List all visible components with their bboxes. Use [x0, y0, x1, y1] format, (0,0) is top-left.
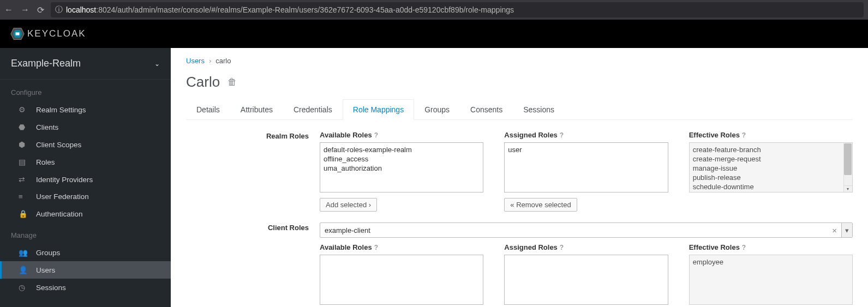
realm-assigned-listbox[interactable]: user — [504, 142, 668, 192]
clock-icon: ◷ — [19, 283, 27, 292]
sidebar-item-label: Client Scopes — [36, 141, 81, 149]
role-option[interactable]: user — [508, 145, 664, 154]
realm-available-listbox[interactable]: default-roles-example-realmoffline_acces… — [320, 142, 483, 192]
sidebar: Example-Realm ⌄ Configure⚙Realm Settings… — [0, 48, 171, 307]
cube-icon: ⬣ — [19, 123, 27, 131]
breadcrumb-current: carlo — [215, 57, 231, 65]
tab-consents[interactable]: Consents — [460, 99, 513, 119]
role-option: employee — [693, 257, 849, 267]
sliders-icon: ⚙ — [19, 105, 27, 114]
sidebar-item-realm-settings[interactable]: ⚙Realm Settings — [0, 101, 171, 118]
keycloak-logo[interactable]: KEYCLOAK — [10, 26, 86, 41]
remove-selected-button[interactable]: « Remove selected — [504, 198, 577, 212]
realm-name: Example-Realm — [11, 58, 81, 69]
dropdown-icon[interactable]: ▾ — [841, 223, 852, 237]
sidebar-item-client-scopes[interactable]: ⬢Client Scopes — [0, 136, 171, 153]
sidebar-item-label: Sessions — [36, 284, 66, 292]
group-icon: 👥 — [19, 248, 27, 257]
tab-credentials[interactable]: Credentials — [283, 99, 343, 119]
sidebar-item-users[interactable]: 👤Users — [0, 261, 171, 279]
sidebar-item-clients[interactable]: ⬣Clients — [0, 118, 171, 136]
role-option[interactable]: offline_access — [324, 154, 480, 164]
tab-details[interactable]: Details — [186, 99, 230, 119]
exchange-icon: ⇄ — [19, 175, 27, 184]
help-icon[interactable]: ? — [560, 244, 564, 251]
sidebar-item-user-federation[interactable]: ≡User Federation — [0, 188, 171, 205]
sidebar-item-label: Authentication — [36, 210, 83, 218]
realm-selector[interactable]: Example-Realm ⌄ — [0, 48, 171, 80]
sidebar-item-label: User Federation — [36, 192, 89, 201]
tabs: DetailsAttributesCredentialsRole Mapping… — [186, 99, 853, 120]
client-select[interactable]: example-client × ▾ — [320, 222, 853, 238]
client-effective-label: Effective Roles — [689, 243, 740, 251]
sidebar-item-label: Roles — [36, 158, 55, 166]
scrollbar-thumb[interactable] — [844, 143, 852, 175]
database-icon: ≡ — [19, 192, 27, 201]
info-icon[interactable]: ⓘ — [55, 5, 63, 15]
client-select-value: example-client — [325, 226, 370, 234]
lock-icon: 🔒 — [19, 209, 27, 218]
breadcrumb-parent[interactable]: Users — [186, 57, 205, 65]
scopes-icon: ⬢ — [19, 140, 27, 149]
file-icon: ▤ — [19, 158, 27, 166]
main-content: Users › carlo Carlo 🗑 DetailsAttributesC… — [171, 48, 868, 307]
svg-rect-2 — [16, 32, 20, 35]
help-icon[interactable]: ? — [374, 244, 378, 251]
help-icon[interactable]: ? — [742, 131, 746, 139]
breadcrumb: Users › carlo — [186, 57, 853, 65]
help-icon[interactable]: ? — [742, 244, 746, 251]
delete-icon[interactable]: 🗑 — [228, 77, 237, 88]
role-option: create-feature-branch — [693, 145, 849, 154]
client-assigned-label: Assigned Roles — [504, 243, 558, 251]
url-text: localhost:8024/auth/admin/master/console… — [66, 5, 514, 14]
tab-attributes[interactable]: Attributes — [230, 99, 283, 119]
role-option: create-merge-request — [693, 154, 849, 164]
sidebar-item-groups[interactable]: 👥Groups — [0, 244, 171, 261]
keycloak-logo-icon — [10, 26, 25, 41]
sidebar-item-label: Identity Providers — [36, 176, 93, 184]
client-assigned-listbox[interactable] — [504, 255, 668, 305]
available-roles-label: Available Roles — [320, 131, 372, 139]
reload-icon[interactable]: ⟳ — [37, 5, 44, 15]
sidebar-item-label: Realm Settings — [36, 106, 86, 114]
sidebar-item-roles[interactable]: ▤Roles — [0, 153, 171, 171]
sidebar-item-sessions[interactable]: ◷Sessions — [0, 279, 171, 296]
scrollbar-down-icon[interactable]: ▾ — [843, 185, 852, 192]
user-icon: 👤 — [19, 266, 27, 274]
forward-icon[interactable]: → — [21, 5, 29, 15]
role-option: manage-issue — [693, 164, 849, 173]
tab-role-mappings[interactable]: Role Mappings — [343, 99, 414, 120]
clear-icon[interactable]: × — [832, 226, 837, 235]
client-effective-listbox: employee — [689, 255, 853, 305]
breadcrumb-separator: › — [209, 57, 211, 65]
back-icon[interactable]: ← — [4, 5, 13, 15]
sidebar-item-authentication[interactable]: 🔒Authentication — [0, 205, 171, 222]
assigned-roles-label: Assigned Roles — [504, 131, 558, 139]
browser-chrome: ← → ⟳ ⓘ localhost:8024/auth/admin/master… — [0, 0, 868, 20]
role-option: publish-release — [693, 173, 849, 182]
scrollbar-track[interactable] — [843, 143, 852, 185]
sidebar-item-label: Groups — [36, 249, 60, 257]
chevron-down-icon: ⌄ — [154, 60, 160, 68]
client-available-listbox[interactable] — [320, 255, 483, 305]
effective-roles-label: Effective Roles — [689, 131, 740, 139]
brand-text: KEYCLOAK — [27, 28, 86, 39]
tab-sessions[interactable]: Sessions — [513, 99, 565, 119]
tab-groups[interactable]: Groups — [414, 99, 460, 119]
page-title: Carlo — [186, 74, 220, 91]
help-icon[interactable]: ? — [374, 131, 378, 139]
sidebar-section-label: Configure — [0, 80, 171, 101]
add-selected-button[interactable]: Add selected › — [320, 198, 377, 212]
help-icon[interactable]: ? — [560, 131, 564, 139]
url-bar[interactable]: ⓘ localhost:8024/auth/admin/master/conso… — [51, 2, 864, 17]
sidebar-item-identity-providers[interactable]: ⇄Identity Providers — [0, 171, 171, 188]
sidebar-item-label: Users — [36, 266, 55, 274]
role-option[interactable]: uma_authorization — [324, 164, 480, 173]
client-available-label: Available Roles — [320, 243, 372, 251]
sidebar-section-label: Manage — [0, 222, 171, 244]
realm-effective-listbox: create-feature-branchcreate-merge-reques… — [689, 142, 853, 192]
role-option[interactable]: default-roles-example-realm — [324, 145, 480, 154]
realm-roles-label: Realm Roles — [186, 131, 320, 212]
client-roles-label: Client Roles — [186, 222, 320, 307]
role-option: schedule-downtime — [693, 182, 849, 191]
